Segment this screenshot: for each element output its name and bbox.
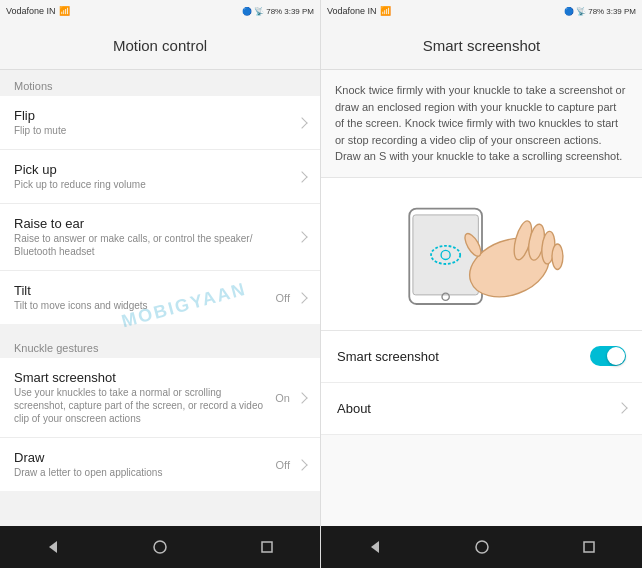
ss-value: On — [275, 392, 290, 404]
flip-subtitle: Flip to mute — [14, 124, 294, 137]
battery-text: 78% — [266, 7, 282, 16]
right-settings-list: Smart screenshot About — [321, 331, 642, 435]
pickup-title: Pick up — [14, 162, 294, 177]
draw-item[interactable]: Draw Draw a letter to open applications … — [0, 438, 320, 491]
left-back-button[interactable] — [43, 537, 63, 557]
ss-subtitle: Use your knuckles to take a normal or sc… — [14, 386, 275, 425]
time-text: 3:39 PM — [284, 7, 314, 16]
left-status-right: 🔵 📡 78% 3:39 PM — [242, 7, 314, 16]
right-header: Smart screenshot — [321, 22, 642, 70]
tilt-value: Off — [276, 292, 290, 304]
about-item[interactable]: About — [321, 383, 642, 435]
right-signal-icons: 📶 — [380, 6, 391, 16]
pickup-chevron — [296, 171, 307, 182]
about-chevron — [616, 402, 627, 413]
left-header-title: Motion control — [113, 37, 207, 54]
raise-subtitle: Raise to answer or make calls, or contro… — [14, 232, 294, 258]
flip-title: Flip — [14, 108, 294, 123]
right-home-button[interactable] — [472, 537, 492, 557]
right-status-right: 🔵 📡 78% 3:39 PM — [564, 7, 636, 16]
tilt-chevron — [296, 292, 307, 303]
about-title: About — [337, 401, 371, 416]
right-time-text: 3:39 PM — [606, 7, 636, 16]
left-recent-button[interactable] — [257, 537, 277, 557]
ss-toggle-knob — [607, 347, 625, 365]
left-nav-bar — [0, 526, 320, 568]
draw-subtitle: Draw a letter to open applications — [14, 466, 276, 479]
draw-chevron — [296, 459, 307, 470]
description-text: Knock twice firmly with your knuckle to … — [335, 82, 628, 165]
svg-marker-14 — [371, 541, 379, 553]
right-header-title: Smart screenshot — [423, 37, 541, 54]
right-status-left: Vodafone IN 📶 — [327, 6, 391, 16]
svg-rect-4 — [412, 214, 477, 294]
description-box: Knock twice firmly with your knuckle to … — [321, 70, 642, 178]
left-status-left: Vodafone IN 📶 — [6, 6, 70, 16]
ss-toggle[interactable] — [590, 346, 626, 366]
right-status-bar: Vodafone IN 📶 🔵 📡 78% 3:39 PM — [321, 0, 642, 22]
left-home-button[interactable] — [150, 537, 170, 557]
right-wifi-icon: 📡 — [576, 7, 586, 16]
right-nav-bar — [321, 526, 642, 568]
svg-rect-2 — [262, 542, 272, 552]
draw-value: Off — [276, 459, 290, 471]
ss-title: Smart screenshot — [14, 370, 275, 385]
right-recent-button[interactable] — [579, 537, 599, 557]
bt-icon: 🔵 — [242, 7, 252, 16]
draw-title: Draw — [14, 450, 276, 465]
raise-title: Raise to ear — [14, 216, 294, 231]
raise-to-ear-item[interactable]: Raise to ear Raise to answer or make cal… — [0, 204, 320, 271]
carrier-text: Vodafone IN — [6, 6, 56, 16]
svg-point-10 — [552, 244, 563, 269]
tilt-subtitle: Tilt to move icons and widgets — [14, 299, 276, 312]
right-carrier-text: Vodafone IN — [327, 6, 377, 16]
right-ss-item[interactable]: Smart screenshot — [321, 331, 642, 383]
left-status-bar: Vodafone IN 📶 🔵 📡 78% 3:39 PM — [0, 0, 320, 22]
svg-marker-0 — [49, 541, 57, 553]
flip-item[interactable]: Flip Flip to mute — [0, 96, 320, 150]
right-back-button[interactable] — [365, 537, 385, 557]
right-bt-icon: 🔵 — [564, 7, 574, 16]
svg-rect-16 — [584, 542, 594, 552]
svg-point-15 — [476, 541, 488, 553]
knuckle-section-label: Knuckle gestures — [0, 332, 320, 358]
knuckle-list: Smart screenshot Use your knuckles to ta… — [0, 358, 320, 491]
tilt-item[interactable]: Tilt Tilt to move icons and widgets Off — [0, 271, 320, 324]
right-ss-title: Smart screenshot — [337, 349, 439, 364]
right-content: Knock twice firmly with your knuckle to … — [321, 70, 642, 526]
pick-up-item[interactable]: Pick up Pick up to reduce ring volume — [0, 150, 320, 204]
right-battery-text: 78% — [588, 7, 604, 16]
motions-section-label: Motions — [0, 70, 320, 96]
tilt-title: Tilt — [14, 283, 276, 298]
knuckle-illustration — [382, 194, 582, 314]
raise-chevron — [296, 231, 307, 242]
illustration — [321, 178, 642, 331]
smart-screenshot-item[interactable]: Smart screenshot Use your knuckles to ta… — [0, 358, 320, 438]
ss-chevron — [296, 392, 307, 403]
motions-list: Flip Flip to mute Pick up Pick up to red… — [0, 96, 320, 324]
section-gap — [0, 324, 320, 332]
signal-icons: 📶 — [59, 6, 70, 16]
flip-chevron — [296, 117, 307, 128]
right-panel: Vodafone IN 📶 🔵 📡 78% 3:39 PM Smart scre… — [321, 0, 642, 568]
svg-point-1 — [154, 541, 166, 553]
left-header: Motion control — [0, 22, 320, 70]
pickup-subtitle: Pick up to reduce ring volume — [14, 178, 294, 191]
left-panel: Vodafone IN 📶 🔵 📡 78% 3:39 PM Motion con… — [0, 0, 321, 568]
wifi-icon: 📡 — [254, 7, 264, 16]
